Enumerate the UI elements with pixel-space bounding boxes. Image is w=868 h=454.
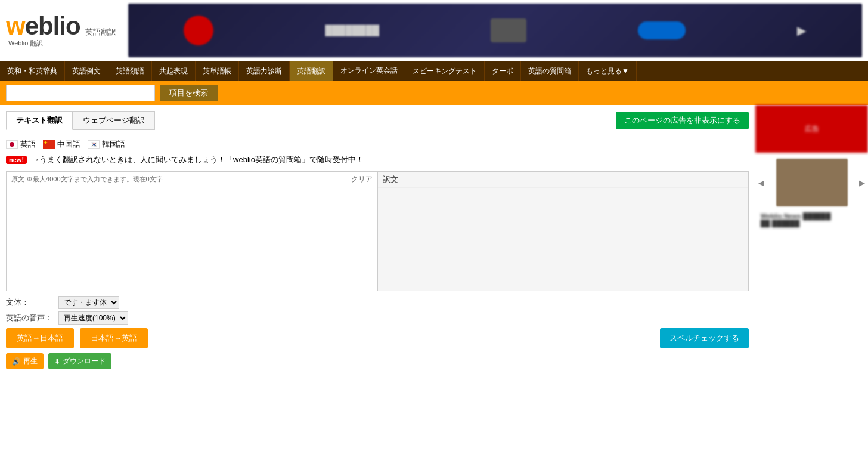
left-column: テキスト翻訳 ウェブページ翻訳 このページの広告を非表示にする 英語 中国語 🇰…	[0, 105, 755, 375]
target-column: 訳文	[378, 172, 749, 291]
flag-korean: 🇰🇷	[88, 140, 100, 149]
translate-buttons-row: 英語→日本語 日本語→英語 スペルチェックする	[6, 328, 749, 348]
translate-en-jp-button[interactable]: 英語→日本語	[6, 328, 74, 348]
hide-ad-button[interactable]: このページの広告を非表示にする	[616, 112, 749, 129]
style-label: 文体：	[6, 297, 54, 308]
flag-chinese	[43, 140, 55, 149]
main-content: テキスト翻訳 ウェブページ翻訳 このページの広告を非表示にする 英語 中国語 🇰…	[0, 105, 868, 375]
sidebar-ad-top: 広告	[755, 105, 868, 153]
nav-item-online[interactable]: オンライン英会話	[333, 61, 405, 81]
tab-bar: テキスト翻訳 ウェブページ翻訳 このページの広告を非表示にする	[6, 111, 749, 134]
lang-english[interactable]: 英語	[6, 139, 36, 150]
logo-area: weblio 英語翻訳 Weblio 翻訳	[6, 14, 116, 48]
translation-area: 原文 ※最大4000文字まで入力できます。現在0文字 クリア 訳文	[6, 171, 749, 291]
lang-chinese[interactable]: 中国語	[43, 139, 80, 150]
style-select[interactable]: です・ます体 普通体	[58, 296, 119, 309]
logo-en-label: 英語翻訳	[85, 27, 116, 38]
search-bar: 項目を検索	[0, 81, 868, 105]
lang-chinese-label: 中国語	[57, 139, 80, 150]
nav-item-shitsumon[interactable]: 英語の質問箱	[521, 61, 579, 81]
nav-item-speaking[interactable]: スピーキングテスト	[405, 61, 485, 81]
lang-korean[interactable]: 🇰🇷 韓国語	[88, 139, 125, 150]
tab-web-translate[interactable]: ウェブページ翻訳	[73, 111, 155, 130]
nav-item-more[interactable]: もっと見る▼	[579, 61, 637, 81]
sidebar-thumbnail	[776, 159, 848, 206]
logo-sub-label: Weblio 翻訳	[8, 39, 116, 48]
download-button[interactable]: ⬇ ダウンロード	[48, 353, 111, 369]
nav-item-tango[interactable]: 英単語帳	[196, 61, 239, 81]
sidebar-caption: Weblio News ██████ ██ ██████	[758, 210, 865, 229]
nav-item-eikawa[interactable]: 英和・和英辞典	[0, 61, 65, 81]
translate-jp-en-button[interactable]: 日本語→英語	[80, 328, 148, 348]
next-icon[interactable]: ▶	[859, 178, 865, 187]
nav-item-kyoki[interactable]: 共起表現	[152, 61, 196, 81]
header: weblio 英語翻訳 Weblio 翻訳 ████████ ▶	[0, 0, 868, 61]
tabs: テキスト翻訳 ウェブページ翻訳	[6, 111, 155, 130]
new-badge: new!	[6, 156, 27, 164]
style-controls: 文体： です・ます体 普通体 英語の音声： 再生速度(100%) 再生速度(75…	[6, 296, 749, 325]
logo[interactable]: weblio	[6, 14, 80, 39]
play-label: 再生	[23, 356, 38, 366]
voice-label: 英語の音声：	[6, 313, 54, 323]
notice-text: →うまく翻訳されないときは、人に聞いてみましょう！「weblio英語の質問箱」で…	[32, 155, 364, 165]
nav-bar: 英和・和英辞典 英語例文 英語類語 共起表現 英単語帳 英語力診断 英語翻訳 オ…	[0, 61, 868, 81]
target-content	[378, 188, 749, 289]
download-label: ダウンロード	[63, 356, 106, 366]
flag-english	[6, 140, 18, 149]
prev-icon[interactable]: ◀	[758, 178, 764, 187]
spellcheck-button[interactable]: スペルチェックする	[660, 328, 749, 348]
source-char-count: 原文 ※最大4000文字まで入力できます。現在0文字	[11, 175, 163, 184]
target-header: 訳文	[378, 172, 749, 188]
right-sidebar: 広告 ◀ ▶ Weblio News ██████ ██ ██████	[755, 105, 868, 375]
voice-select[interactable]: 再生速度(100%) 再生速度(75%) 再生速度(125%)	[58, 311, 128, 325]
nav-item-turbo[interactable]: ターボ	[485, 61, 521, 81]
banner-area: ████████ ▶	[128, 4, 862, 57]
clear-button[interactable]: クリア	[351, 174, 373, 184]
lang-english-label: 英語	[20, 139, 36, 150]
action-row: 🔊 再生 ⬇ ダウンロード	[6, 353, 749, 369]
lang-korean-label: 韓国語	[102, 139, 125, 150]
nav-item-ruigo[interactable]: 英語類語	[108, 61, 152, 81]
nav-item-honyaku[interactable]: 英語翻訳	[290, 61, 333, 81]
source-textarea[interactable]	[7, 187, 377, 289]
download-icon: ⬇	[54, 357, 60, 366]
play-icon: 🔊	[12, 357, 21, 366]
play-button[interactable]: 🔊 再生	[6, 353, 44, 369]
tab-text-translate[interactable]: テキスト翻訳	[6, 111, 73, 130]
nav-item-shindan[interactable]: 英語力診断	[239, 61, 290, 81]
nav-item-reibun[interactable]: 英語例文	[65, 61, 108, 81]
sidebar-nav-arrows: ◀ ▶ Weblio News ██████ ██ ██████	[755, 153, 868, 235]
language-bar: 英語 中国語 🇰🇷 韓国語	[6, 139, 749, 150]
source-header: 原文 ※最大4000文字まで入力できます。現在0文字 クリア	[7, 172, 377, 187]
source-column: 原文 ※最大4000文字まで入力できます。現在0文字 クリア	[7, 172, 378, 291]
search-input[interactable]	[6, 85, 155, 101]
search-button[interactable]: 項目を検索	[160, 85, 218, 101]
notice-bar: new! →うまく翻訳されないときは、人に聞いてみましょう！「weblio英語の…	[6, 155, 749, 165]
